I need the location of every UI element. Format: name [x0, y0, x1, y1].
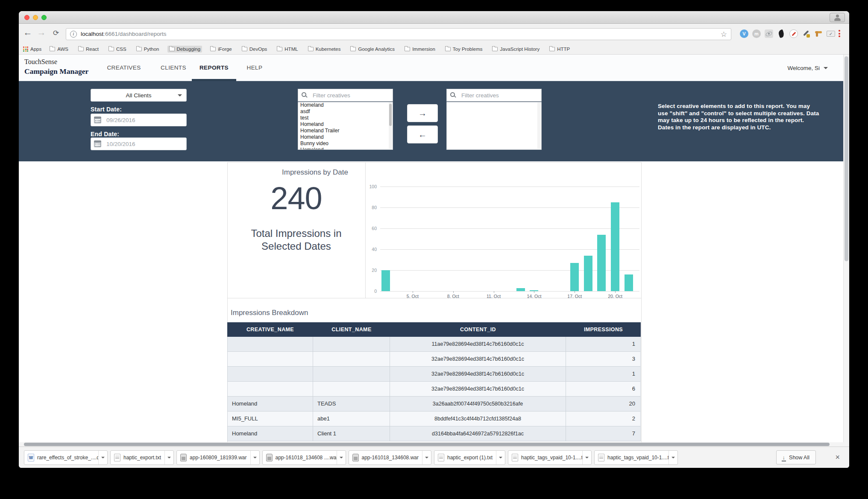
end-date-field[interactable]: [91, 137, 187, 150]
bookmark-item[interactable]: iForge: [208, 46, 234, 53]
monosnap-icon[interactable]: m: [752, 29, 761, 38]
download-item[interactable]: haptic_tags_vpaid_10-1....txt: [594, 450, 678, 465]
bookmark-item[interactable]: Immersion: [403, 46, 437, 53]
download-item[interactable]: rare_effects_of_stroke_....doc: [24, 450, 108, 465]
window-titlebar[interactable]: [19, 11, 849, 24]
start-date-field[interactable]: [91, 114, 187, 126]
vertical-scroll-thumb[interactable]: [845, 56, 848, 261]
bookmark-item[interactable]: React: [76, 46, 100, 53]
address-bar[interactable]: i localhost:6661/dashboard/reports ☆: [66, 28, 731, 40]
table-title: Impressions Breakdown: [231, 309, 308, 317]
creative-list-item[interactable]: Homeland: [298, 121, 393, 128]
download-item-menu[interactable]: [164, 451, 173, 464]
bookmark-item[interactable]: Toy Problems: [443, 46, 484, 53]
tab-reports[interactable]: REPORTS: [192, 55, 236, 81]
download-item-menu[interactable]: [496, 451, 505, 464]
bookmark-star-icon[interactable]: ☆: [721, 30, 727, 39]
download-item[interactable]: app-161018_134608 ....war: [262, 450, 346, 465]
creative-list-item[interactable]: asdf: [298, 108, 393, 115]
back-icon[interactable]: ←: [22, 27, 33, 38]
zoom-window-button[interactable]: [41, 15, 47, 20]
bookmark-label: React: [86, 47, 99, 52]
close-window-button[interactable]: [24, 15, 29, 20]
creative-list-item[interactable]: Bunny video: [298, 140, 393, 147]
reload-icon[interactable]: ⟳: [50, 29, 62, 38]
browser-menu-icon[interactable]: [838, 30, 841, 38]
vimium-icon[interactable]: V: [740, 29, 748, 38]
show-all-downloads-button[interactable]: ↓ Show All: [776, 450, 816, 464]
tab-creatives[interactable]: CREATIVES: [100, 55, 148, 81]
horizontal-scroll-thumb[interactable]: [24, 443, 830, 446]
client-select[interactable]: All Clients: [91, 89, 187, 102]
page-info-icon[interactable]: i: [70, 31, 77, 38]
download-filename: haptic_tags_vpaid_10-1....txt: [518, 455, 582, 461]
vertical-scrollbar[interactable]: [843, 55, 849, 442]
bookmark-item[interactable]: DevOps: [240, 46, 269, 53]
atom-icon[interactable]: [765, 29, 773, 38]
bookmark-item[interactable]: HTTP: [548, 46, 572, 53]
available-creatives-filter-input[interactable]: [312, 89, 391, 101]
creative-list-item[interactable]: Homeland: [298, 134, 393, 140]
bookmark-item[interactable]: AWS: [48, 46, 70, 53]
x-axis-label: 5. Oct: [400, 294, 425, 299]
bookmark-item[interactable]: CSS: [107, 46, 128, 53]
jar-file-icon: [180, 454, 187, 461]
creative-list-item[interactable]: Homeland Trailer: [298, 128, 393, 134]
add-creative-button[interactable]: →: [407, 104, 438, 122]
available-creatives-list[interactable]: HomelandasdftestHomelandHomeland Trailer…: [298, 102, 393, 150]
creative-list-item[interactable]: Homeland: [298, 147, 393, 150]
selected-creatives-search[interactable]: [446, 89, 542, 102]
apps-shortcut[interactable]: Apps: [23, 47, 41, 52]
listbox-scrollbar[interactable]: [537, 102, 541, 149]
bookmark-item[interactable]: HTML: [275, 46, 299, 53]
listbox-scrollbar[interactable]: [389, 102, 392, 149]
eyedropper-icon[interactable]: [802, 29, 810, 38]
bookmark-item[interactable]: Google Analytics: [349, 46, 396, 53]
mail-icon[interactable]: ✓: [827, 31, 835, 37]
download-item[interactable]: app-160809_181939.war: [176, 450, 259, 465]
app-navbar: TouchSense Campaign Manager CREATIVESCLI…: [19, 55, 849, 81]
close-downloads-icon[interactable]: ×: [835, 452, 840, 462]
gridline: [380, 187, 639, 187]
y-axis-label: 80: [361, 205, 377, 210]
available-creatives-search[interactable]: [298, 89, 393, 102]
claw-icon[interactable]: [777, 29, 786, 38]
creative-list-item[interactable]: test: [298, 115, 393, 121]
minimize-window-button[interactable]: [33, 15, 38, 20]
tab-help[interactable]: HELP: [244, 55, 265, 81]
forward-icon[interactable]: →: [36, 27, 47, 38]
download-item[interactable]: haptic_export (1).txt: [434, 450, 505, 465]
clamp-icon[interactable]: [814, 29, 823, 38]
bookmark-item[interactable]: Kubernetes: [306, 46, 343, 53]
pen-icon[interactable]: [789, 29, 798, 38]
selected-creatives-list[interactable]: [446, 102, 542, 150]
download-item[interactable]: haptic_tags_vpaid_10-1....txt: [508, 450, 592, 465]
download-item-menu[interactable]: [422, 451, 431, 464]
selected-creatives-filter-input[interactable]: [460, 89, 540, 101]
listbox-scroll-thumb[interactable]: [389, 104, 392, 126]
bookmark-item[interactable]: JavaScript History: [490, 46, 541, 53]
bookmark-item[interactable]: Debugging: [167, 46, 202, 53]
browser-toolbar: ← → ⟳ i localhost:6661/dashboard/reports…: [19, 24, 849, 44]
column-header: CONTENT_ID: [390, 322, 566, 337]
user-menu[interactable]: Welcome, Si: [787, 55, 828, 81]
download-item-menu[interactable]: [669, 451, 677, 464]
remove-creative-button[interactable]: ←: [407, 125, 438, 143]
download-item-menu[interactable]: [582, 451, 591, 464]
download-item-menu[interactable]: [337, 451, 346, 464]
download-item[interactable]: haptic_export.txt: [110, 450, 174, 465]
download-item-menu[interactable]: [98, 451, 107, 464]
start-date-input[interactable]: [91, 114, 187, 126]
browser-profile-button[interactable]: [830, 13, 845, 22]
table-cell: [313, 352, 390, 366]
download-item-menu[interactable]: [250, 451, 259, 464]
end-date-input[interactable]: [91, 137, 187, 150]
tab-clients[interactable]: CLIENTS: [155, 55, 192, 81]
horizontal-scrollbar[interactable]: [19, 442, 849, 446]
download-filename: haptic_tags_vpaid_10-1....txt: [604, 455, 669, 461]
creative-list-item[interactable]: Homeland: [298, 102, 393, 108]
folder-icon: [445, 47, 451, 51]
download-item[interactable]: app-161018_134608.war: [349, 450, 431, 465]
bookmark-item[interactable]: Python: [135, 46, 161, 53]
gridline: [380, 291, 639, 292]
